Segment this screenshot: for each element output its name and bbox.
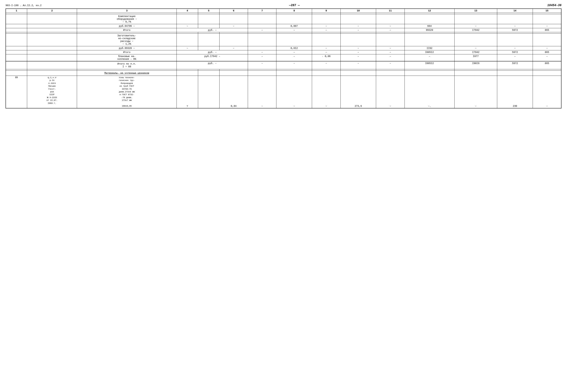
header-right: 18454-36 (547, 4, 561, 7)
col-header-9: 9 (312, 9, 341, 13)
table-row: Итого руб. – – – – – – 99320 I7942 5972 … (6, 28, 561, 32)
col-header-3: 3 (77, 9, 177, 13)
col-header-10: 10 (341, 9, 376, 13)
table-row: Итого руб. – – – – – – I005I2 I7942 5972… (6, 50, 561, 54)
col-header-13: 13 (454, 9, 497, 13)
col-header-4: 4 (177, 9, 198, 13)
col-header-11: 11 (376, 9, 404, 13)
materials-title-row: Материалы, не учтенные ценником (6, 71, 561, 76)
table-row: Заготовитель-но-складскиерасходы –– 1,2% (6, 34, 561, 46)
header-center: —287 — (289, 4, 300, 7)
table-row (6, 13, 561, 14)
table-row: Комплектацияоборудования –– 0,7% (6, 14, 561, 24)
col-header-6: 6 (219, 9, 248, 13)
item-89-row: 89 Ц.I,ч.Vр.IХп.IOI3ПисьмоГосст-рояСССР№… (6, 76, 561, 108)
materials-title-text: Материалы, не учтенные ценником (104, 72, 149, 74)
table-row (6, 69, 561, 71)
col-header-1: 1 (6, 9, 27, 13)
col-header-12: 12 (404, 9, 454, 13)
table-row (6, 32, 561, 34)
header-left: 903-I-198 . Ал.I2.2, кн.2 (6, 4, 42, 7)
table-header-row: 1 2 3 4 5 6 7 8 9 10 11 12 13 14 15 (6, 9, 561, 13)
col-header-5: 5 (198, 9, 220, 13)
main-table: 1 2 3 4 5 6 7 8 9 10 11 12 13 14 15 (6, 9, 561, 108)
table-row: руб.94796 – – – 0,007 – – – 664 – – – (6, 24, 561, 28)
col-header-2: 2 (27, 9, 77, 13)
itogo-pp-row: Итого по п.п.I ÷ 88 руб. – – – – – – I00… (6, 61, 561, 69)
table-row: руб.99320 – – – 0,0I2 – – – II92 – – – (6, 46, 561, 50)
col-header-7: 7 (248, 9, 276, 13)
col-header-15: 15 (533, 9, 561, 13)
col-header-8: 8 (276, 9, 312, 13)
page-header: 903-I-198 . Ал.I2.2, кн.2 —287 — 18454-3… (6, 4, 561, 7)
col-header-14: 14 (497, 9, 533, 13)
table-row: Плановые на-копления – 6% руб.I7942 – – … (6, 54, 561, 61)
